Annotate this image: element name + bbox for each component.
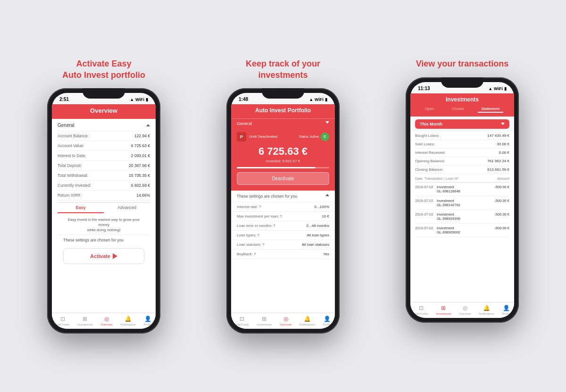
wifi-icon: WiFi <box>135 97 144 102</box>
account-value-row: Account Value: 6 725.63 € <box>58 141 150 151</box>
setting-buyback: BuyBack: ? Yes <box>231 250 335 259</box>
trans-row-3: 2019-07-02 Investment GL-998929399 -500.… <box>415 210 509 224</box>
general-section-header: General <box>58 119 150 131</box>
invest-header: Investments Open Closed Statement <box>410 93 514 117</box>
status-left: P Until Deactivated <box>237 132 277 142</box>
time-3: 11:13 <box>418 86 430 91</box>
opening-balance-row: Opening Balance: 761 962.24 € <box>415 157 509 166</box>
settings-chevron-up-2 <box>325 194 329 196</box>
notch-3 <box>441 77 483 88</box>
portfolio-progress-bg <box>237 167 329 168</box>
tab-easy[interactable]: Easy <box>58 203 104 213</box>
general-dropdown[interactable]: General <box>231 118 335 128</box>
setting-interest-rate: Interest rate: ? 0...100% <box>231 202 335 212</box>
deposit-row: Total Deposit: 20 367.96 € <box>58 161 150 171</box>
month-dropdown[interactable]: This Month <box>415 119 509 129</box>
nav-add-funds-3[interactable]: ⊡ Add Funds <box>414 305 428 315</box>
overview-icon: ◎ <box>103 316 110 322</box>
nav-add-funds-2[interactable]: ⊡ Add Funds <box>235 316 249 326</box>
tab-closed[interactable]: Closed <box>448 106 467 113</box>
phone-section-1: Activate Easy Auto Invest portfolio 2:51… <box>19 58 189 334</box>
transaction-list: Bought Loans: 147 430.49 € Sold Loans: 3… <box>410 132 514 302</box>
battery-icon: ▮ <box>146 97 148 102</box>
bell-icon-3: 🔔 <box>483 305 490 311</box>
signal-icon: ▲ <box>130 97 134 102</box>
wallet-icon: ⊡ <box>59 316 67 322</box>
section-title-3: View your transactions <box>416 58 509 69</box>
nav-profile-2[interactable]: 👤 Profile <box>323 316 331 326</box>
settings-section: These settings are chosen for you Intere… <box>231 191 335 313</box>
portfolio-invested: Invested: 6 602.67 € <box>237 159 329 163</box>
interest-received-row: Interest Received: 0.00 € <box>415 149 509 157</box>
bottom-nav-1: ⊡ Add Funds ⊞ Investments ◎ Overview 🔔 N… <box>52 313 156 329</box>
section-title-1: Activate Easy Auto Invest portfolio <box>62 58 145 81</box>
nav-notifications-1[interactable]: 🔔 Notifications <box>120 316 136 326</box>
play-icon <box>113 253 117 259</box>
signal-icon-2: ▲ <box>309 97 313 102</box>
bell-icon: 🔔 <box>124 316 132 322</box>
overview-header: Overview <box>52 104 156 119</box>
activate-button[interactable]: Activate <box>63 248 144 264</box>
status-right: Status: Active C <box>299 133 329 141</box>
notch-1 <box>83 88 125 99</box>
nav-investments-3[interactable]: ⊞ Investments <box>436 305 451 315</box>
phone-frame-3: 11:13 ▲ WiFi ▮ Investments Open Closed S… <box>406 77 519 323</box>
bottom-nav-3: ⊡ Add Funds ⊞ Investments ◎ Overview 🔔 N… <box>410 302 514 318</box>
portfolio-status-row: P Until Deactivated Status: Active C <box>237 132 329 142</box>
phone-section-2: Keep track of yourinvestments 1:48 ▲ WiF… <box>198 58 368 334</box>
portfolio-logo: P <box>237 132 246 142</box>
nav-add-funds-1[interactable]: ⊡ Add Funds <box>56 316 69 326</box>
overview-list: General Account Balance: 122.94 € Accoun… <box>52 119 156 313</box>
battery-icon-3: ▮ <box>504 86 507 91</box>
closing-balance-row: Closing Balance: 613 681.59 € <box>415 166 509 174</box>
setting-loan-statuses: Loan statuses: ? All loan statuses <box>231 240 335 250</box>
interest-row: Interest to Date: 2 093.01 € <box>58 151 150 161</box>
phone-frame-2: 1:48 ▲ WiFi ▮ Auto Invest Portfolio Gene… <box>226 88 340 334</box>
phone-screen-1: 2:51 ▲ WiFi ▮ Overview General <box>52 93 156 329</box>
status-icons-1: ▲ WiFi ▮ <box>130 97 148 102</box>
tab-statement[interactable]: Statement <box>478 106 504 113</box>
invested-row: Currently Invested: 6 602.69 € <box>58 181 150 191</box>
transaction-table-header: Date Transaction / Loan Nº Amount <box>415 174 509 183</box>
status-icons-2: ▲ WiFi ▮ <box>309 97 327 102</box>
nav-profile-1[interactable]: 👤 Profile <box>144 316 152 326</box>
portfolio-amount: 6 725.63 € <box>237 145 329 158</box>
easy-description: Easy invest is the easiest way to grow y… <box>58 213 150 235</box>
nav-overview-2[interactable]: ◎ Overview <box>280 316 291 326</box>
trans-row-2: 2019-07-02 Investment GL-998142762 -500.… <box>415 196 509 210</box>
section-title-2: Keep track of yourinvestments <box>246 58 320 81</box>
wallet-icon-3: ⊡ <box>417 305 425 311</box>
general-chevron-up <box>146 124 150 126</box>
setting-loan-term: Loan term in months: ? 0...48 months <box>231 221 335 231</box>
nav-overview-3[interactable]: ◎ Overview <box>459 305 471 315</box>
time-2: 1:48 <box>239 97 248 102</box>
tab-open[interactable]: Open <box>421 106 438 113</box>
month-chevron <box>501 123 505 125</box>
withdrawal-row: Total Withdrawal: 15 735.35 € <box>58 171 150 181</box>
nav-profile-3[interactable]: 👤 Profile <box>502 305 510 315</box>
tab-advanced[interactable]: Advanced <box>104 203 150 213</box>
phone-screen-3: 11:13 ▲ WiFi ▮ Investments Open Closed S… <box>410 82 514 318</box>
portfolio-header: Auto Invest Portfolio <box>231 104 335 118</box>
overview-icon-3: ◎ <box>461 305 469 311</box>
nav-investments-1[interactable]: ⊞ Investments <box>77 316 92 326</box>
nav-notifications-3[interactable]: 🔔 Notifications <box>479 305 494 315</box>
bell-icon-2: 🔔 <box>303 316 311 322</box>
bought-loans-row: Bought Loans: 147 430.49 € <box>415 132 509 140</box>
nav-notifications-2[interactable]: 🔔 Notifications <box>300 316 315 326</box>
battery-icon-2: ▮ <box>325 97 327 102</box>
trans-row-4: 2019-07-02 Investment GL-998909002 -500.… <box>415 224 509 237</box>
portfolio-balance-card: P Until Deactivated Status: Active C 6 7… <box>231 128 335 191</box>
person-icon-3: 👤 <box>502 305 510 311</box>
page-wrapper: Activate Easy Auto Invest portfolio 2:51… <box>9 58 557 334</box>
nav-investments-2[interactable]: ⊞ Investments <box>257 316 272 326</box>
setting-max-investment: Max investment per loan: ? 10 € <box>231 212 335 221</box>
signal-icon-3: ▲ <box>488 86 492 91</box>
nav-overview-1[interactable]: ◎ Overview <box>100 316 112 326</box>
briefcase-icon: ⊞ <box>81 316 89 322</box>
setting-loan-types: Loan types: ? All loan types <box>231 231 335 240</box>
phone-frame-1: 2:51 ▲ WiFi ▮ Overview General <box>47 88 160 334</box>
notch-2 <box>262 88 304 99</box>
trans-row-1: 2019-07-02 Investment GL-998128646 -500.… <box>415 183 509 196</box>
deactivate-button[interactable]: Deactivate <box>237 172 329 185</box>
